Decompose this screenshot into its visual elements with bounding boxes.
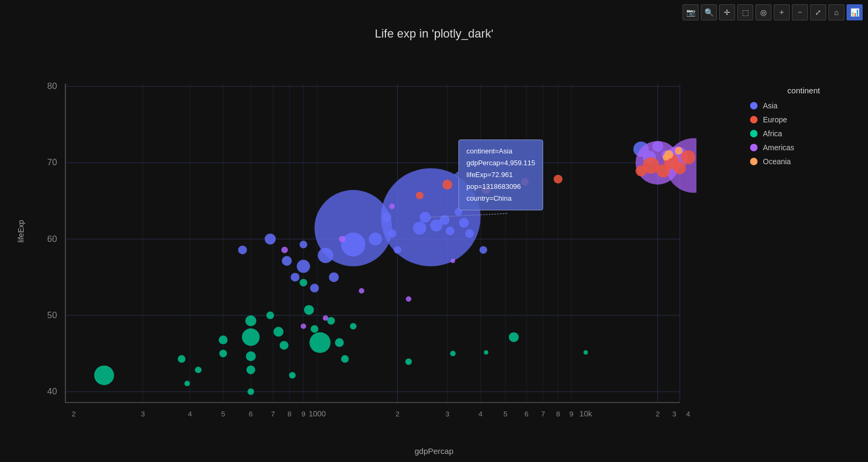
svg-point-85 xyxy=(300,241,307,248)
svg-point-55 xyxy=(195,366,202,373)
svg-point-97 xyxy=(413,222,426,234)
svg-point-66 xyxy=(280,341,289,349)
svg-point-63 xyxy=(248,388,254,395)
legend-dot-africa xyxy=(750,130,758,137)
svg-point-80 xyxy=(583,350,588,355)
svg-point-86 xyxy=(297,260,310,273)
select-box-tool[interactable]: ⬚ xyxy=(737,4,753,20)
zoom-tool[interactable]: 🔍 xyxy=(701,4,717,20)
svg-text:3: 3 xyxy=(446,410,449,418)
camera-tool[interactable]: 📷 xyxy=(682,4,699,20)
svg-point-81 xyxy=(238,246,247,254)
svg-point-60 xyxy=(242,328,259,346)
svg-text:7: 7 xyxy=(271,410,275,418)
svg-point-92 xyxy=(369,232,382,245)
x-axis-label: gdpPercap xyxy=(414,446,454,456)
svg-point-69 xyxy=(304,305,314,314)
pan-tool[interactable]: ✛ xyxy=(719,4,735,20)
svg-point-77 xyxy=(450,351,456,356)
svg-point-87 xyxy=(310,284,319,292)
legend-label-americas: Americas xyxy=(763,143,794,152)
y-axis-label: lifeExp xyxy=(17,219,25,242)
svg-point-67 xyxy=(289,372,295,378)
svg-point-125 xyxy=(521,178,529,186)
svg-point-71 xyxy=(309,332,330,353)
legend-dot-europe xyxy=(750,116,758,123)
svg-text:5: 5 xyxy=(221,410,225,418)
svg-point-105 xyxy=(479,246,487,254)
svg-text:60: 60 xyxy=(47,234,57,244)
toolbar: 📷 🔍 ✛ ⬚ ◎ ＋ － ⤢ ⌂ 📊 xyxy=(682,4,863,20)
svg-text:8: 8 xyxy=(556,410,560,418)
legend-item-africa[interactable]: Africa xyxy=(750,129,857,138)
svg-text:6: 6 xyxy=(249,410,253,418)
legend-item-oceania[interactable]: Oceania xyxy=(750,157,857,166)
svg-point-84 xyxy=(291,273,300,281)
svg-text:4: 4 xyxy=(479,410,483,418)
svg-point-62 xyxy=(247,365,256,374)
svg-text:5: 5 xyxy=(503,410,507,418)
reset-tool[interactable]: ⌂ xyxy=(828,4,844,20)
legend-title: continent xyxy=(750,86,857,95)
legend-label-africa: Africa xyxy=(763,129,782,138)
svg-point-126 xyxy=(554,175,563,184)
svg-point-74 xyxy=(341,355,348,363)
svg-point-70 xyxy=(310,325,318,333)
svg-point-113 xyxy=(323,316,328,321)
svg-point-68 xyxy=(300,279,307,287)
chart-svg: 40 50 60 70 80 2 3 4 5 6 7 8 9 xyxy=(32,48,696,430)
svg-point-117 xyxy=(406,296,411,302)
svg-point-56 xyxy=(184,381,190,386)
svg-text:3: 3 xyxy=(141,410,145,418)
legend-dot-oceania xyxy=(750,158,758,165)
svg-point-61 xyxy=(246,351,256,361)
legend-item-americas[interactable]: Americas xyxy=(750,143,857,152)
svg-point-59 xyxy=(246,316,257,326)
svg-point-112 xyxy=(301,324,306,329)
legend-dot-americas xyxy=(750,144,758,151)
svg-text:7: 7 xyxy=(541,410,545,418)
svg-text:2: 2 xyxy=(396,410,399,418)
svg-point-123 xyxy=(442,180,452,189)
svg-point-131 xyxy=(674,162,686,174)
lasso-tool[interactable]: ◎ xyxy=(755,4,771,20)
svg-point-122 xyxy=(416,192,424,199)
svg-point-73 xyxy=(335,338,344,347)
svg-text:8: 8 xyxy=(287,410,291,418)
svg-text:4: 4 xyxy=(188,410,192,418)
svg-point-91 xyxy=(341,232,365,256)
legend: continent Asia Europe Africa Americas Oc… xyxy=(750,86,857,171)
chart-type-tool[interactable]: 📊 xyxy=(847,4,863,20)
legend-item-europe[interactable]: Europe xyxy=(750,115,857,124)
svg-text:1000: 1000 xyxy=(309,409,326,418)
svg-text:9: 9 xyxy=(569,410,573,418)
svg-text:6: 6 xyxy=(524,410,528,418)
svg-point-72 xyxy=(327,317,335,325)
svg-point-104 xyxy=(465,229,474,238)
svg-point-111 xyxy=(281,247,288,253)
chart-title: Life exp in 'plotly_dark' xyxy=(375,27,493,41)
svg-point-98 xyxy=(420,212,431,223)
legend-dot-asia xyxy=(750,102,758,109)
legend-label-oceania: Oceania xyxy=(763,157,791,166)
svg-point-82 xyxy=(265,233,276,244)
svg-point-135 xyxy=(663,154,669,160)
autoscale-tool[interactable]: ⤢ xyxy=(810,4,826,20)
legend-item-asia[interactable]: Asia xyxy=(750,101,857,110)
svg-point-79 xyxy=(509,332,519,342)
svg-point-75 xyxy=(350,323,357,329)
svg-text:70: 70 xyxy=(47,158,57,167)
zoom-in-tool[interactable]: ＋ xyxy=(774,4,790,20)
svg-text:2: 2 xyxy=(72,410,76,418)
svg-point-116 xyxy=(389,203,395,209)
svg-point-83 xyxy=(282,256,292,266)
svg-point-132 xyxy=(681,150,695,164)
svg-text:50: 50 xyxy=(47,310,57,320)
svg-point-58 xyxy=(219,350,227,357)
zoom-out-tool[interactable]: － xyxy=(792,4,808,20)
svg-point-102 xyxy=(455,208,462,216)
svg-point-103 xyxy=(459,218,469,228)
svg-text:9: 9 xyxy=(301,410,305,418)
svg-point-134 xyxy=(675,147,682,155)
svg-point-114 xyxy=(339,236,345,242)
